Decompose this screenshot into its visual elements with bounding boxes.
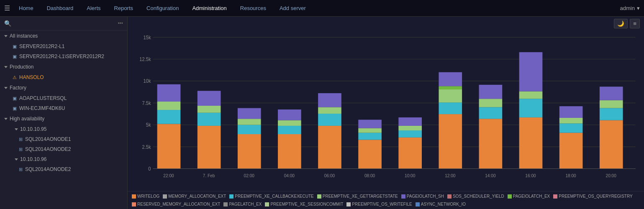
legend-color-preemptive-os-query bbox=[553, 194, 557, 199]
expand-icon bbox=[4, 118, 8, 120]
legend-label-sos-scheduler: SOS_SCHEDULER_YIELD bbox=[453, 194, 504, 199]
svg-rect-53 bbox=[439, 72, 462, 86]
sidebar-item-sql2014aonode1[interactable]: ⊞ SQL2014AONODE1 bbox=[0, 134, 127, 144]
svg-text:10k: 10k bbox=[144, 78, 151, 84]
nav-alerts[interactable]: Alerts bbox=[84, 3, 103, 13]
sidebar-item-win-ecjimf4dk6u[interactable]: ▣ WIN-ECJIMF4DK6U bbox=[0, 103, 127, 113]
section-all-instances[interactable]: All instances bbox=[0, 31, 127, 41]
chart-options-button[interactable]: ≡ bbox=[630, 19, 640, 28]
legend-preemptive-os-query: PREEMPTIVE_OS_QUERYREGISTRY bbox=[553, 194, 632, 199]
svg-rect-15 bbox=[157, 110, 181, 124]
hamburger-menu[interactable]: ☰ bbox=[4, 4, 10, 12]
svg-rect-14 bbox=[157, 124, 181, 168]
nav-reports[interactable]: Reports bbox=[112, 3, 136, 13]
nav-administration[interactable]: Administration bbox=[190, 3, 229, 13]
section-factory[interactable]: Factory bbox=[0, 82, 127, 93]
chart-area: 🌙 ≡ 15k 12.5k 10k 7.5k 5k 2.5k 0 bbox=[128, 17, 644, 209]
section-label: Production bbox=[10, 64, 33, 70]
legend-label-reserved-memory: RESERVED_MEMORY_ALLOCATION_EXT bbox=[137, 202, 220, 206]
server-label: SQL2014AONODE1 bbox=[25, 136, 71, 142]
svg-rect-65 bbox=[559, 133, 583, 169]
sidebar-item-sql2014aonode2-b[interactable]: ⊞ SQL2014AONODE2 bbox=[0, 164, 127, 174]
svg-rect-20 bbox=[198, 113, 221, 126]
legend-label-preemptive-xe-session: PREEMPTIVE_XE_SESSIONCOMMIT bbox=[270, 202, 343, 206]
svg-text:22:00: 22:00 bbox=[163, 173, 174, 178]
chart-mode-button[interactable]: 🌙 bbox=[614, 19, 628, 28]
svg-text:20:00: 20:00 bbox=[606, 173, 616, 178]
legend-preemptive-xe-get: PREEMPTIVE_XE_GETTARGETSTATE bbox=[317, 194, 398, 199]
legend-label-async-network-io: ASYNC_NETWORK_IO bbox=[421, 202, 466, 206]
svg-rect-30 bbox=[278, 126, 301, 134]
svg-rect-55 bbox=[479, 119, 503, 168]
sidebar-item-sql2014aonode2-a[interactable]: ⊞ SQL2014AONODE2 bbox=[0, 144, 127, 154]
svg-rect-21 bbox=[198, 106, 221, 113]
svg-text:02:00: 02:00 bbox=[244, 173, 254, 178]
legend-pagelatch-ex: PAGELATCH_EX bbox=[223, 202, 262, 206]
nav-home[interactable]: Home bbox=[16, 3, 36, 13]
svg-rect-32 bbox=[278, 110, 301, 120]
legend-label-memory-alloc-ext: MEMORY_ALLOCATION_EXT bbox=[168, 194, 226, 199]
sidebar: 🔍 ••• All instances ▣ SERVER2012R2-L1 ▣ … bbox=[0, 17, 128, 209]
svg-rect-17 bbox=[157, 84, 181, 102]
legend-color-preemptive-xe-callback bbox=[229, 194, 233, 199]
svg-text:5k: 5k bbox=[146, 122, 151, 128]
server-icon: ▣ bbox=[13, 54, 17, 59]
legend-pageiolatch-sh: PAGEIOLATCH_SH bbox=[401, 194, 444, 199]
svg-rect-34 bbox=[318, 126, 341, 169]
svg-rect-51 bbox=[439, 89, 462, 102]
search-icon[interactable]: 🔍 bbox=[4, 20, 11, 27]
section-label: High availability bbox=[10, 116, 44, 122]
sidebar-options[interactable]: ••• bbox=[118, 20, 123, 26]
svg-rect-42 bbox=[358, 120, 382, 128]
sidebar-item-aoapclustersql[interactable]: ▣ AOAPCLUSTERSQL bbox=[0, 93, 127, 103]
legend-preemptive-xe-callback: PREEMPTIVE_XE_CALLBACKEXECUTE bbox=[229, 194, 313, 199]
subsection-10-10-10-96[interactable]: 10.10.10.96 bbox=[0, 154, 127, 164]
svg-text:06:00: 06:00 bbox=[324, 173, 335, 178]
cluster-icon: ⊞ bbox=[19, 147, 23, 152]
svg-rect-22 bbox=[198, 91, 221, 106]
sidebar-item-server2012r2[interactable]: ▣ SERVER2012R2-L1\SERVER2012R2 bbox=[0, 51, 127, 61]
svg-rect-70 bbox=[600, 120, 623, 169]
legend-reserved-memory: RESERVED_MEMORY_ALLOCATION_EXT bbox=[132, 202, 220, 206]
server-icon: ▣ bbox=[13, 106, 17, 111]
svg-text:16:00: 16:00 bbox=[525, 173, 536, 178]
warning-icon: ⚠ bbox=[13, 75, 17, 80]
user-dropdown-icon: ▾ bbox=[637, 5, 640, 11]
sidebar-item-hansolo[interactable]: ⚠ HANSOLO bbox=[0, 72, 127, 82]
svg-rect-58 bbox=[479, 85, 503, 99]
svg-text:7.5k: 7.5k bbox=[142, 100, 151, 106]
legend-color-async-network-io bbox=[416, 202, 420, 206]
svg-rect-60 bbox=[519, 117, 543, 169]
svg-rect-27 bbox=[238, 108, 261, 119]
user-menu[interactable]: admin ▾ bbox=[620, 5, 640, 11]
nav-dashboard[interactable]: Dashboard bbox=[44, 3, 76, 13]
subsection-10-10-10-95[interactable]: 10.10.10.95 bbox=[0, 124, 127, 134]
svg-rect-25 bbox=[238, 125, 261, 134]
section-production[interactable]: Production bbox=[0, 61, 127, 72]
svg-text:14:00: 14:00 bbox=[485, 173, 495, 178]
legend-label-preemptive-os-writefile: PREEMPTIVE_OS_WRITEFILE bbox=[352, 202, 412, 206]
legend-color-preemptive-xe-get bbox=[317, 194, 321, 199]
server-label: HANSOLO bbox=[19, 74, 44, 80]
svg-text:12:00: 12:00 bbox=[445, 173, 455, 178]
legend-pageiolatch-ex: PAGEIOLATCH_EX bbox=[508, 194, 550, 199]
legend-label-pagelatch-ex: PAGELATCH_EX bbox=[229, 202, 262, 206]
server-label: SQL2014AONODE2 bbox=[25, 166, 71, 172]
legend-sos-scheduler: SOS_SCHEDULER_YIELD bbox=[447, 194, 504, 199]
nav-resources[interactable]: Resources bbox=[238, 3, 269, 13]
legend-color-pageiolatch-sh bbox=[401, 194, 405, 199]
svg-text:2.5k: 2.5k bbox=[142, 144, 151, 150]
svg-rect-37 bbox=[318, 93, 341, 107]
section-high-availability[interactable]: High availability bbox=[0, 113, 127, 124]
legend-label-preemptive-xe-callback: PREEMPTIVE_XE_CALLBACKEXECUTE bbox=[235, 194, 313, 199]
nav-configuration[interactable]: Configuration bbox=[144, 3, 181, 13]
nav-add-server[interactable]: Add server bbox=[277, 3, 308, 13]
legend-label-preemptive-xe-get: PREEMPTIVE_XE_GETTARGETSTATE bbox=[323, 194, 398, 199]
sidebar-item-server2012r2-l1[interactable]: ▣ SERVER2012R2-L1 bbox=[0, 41, 127, 51]
section-label: Factory bbox=[10, 85, 26, 91]
svg-rect-57 bbox=[479, 99, 503, 107]
legend-writelog: WRITELOG bbox=[132, 194, 159, 199]
svg-rect-72 bbox=[600, 100, 623, 108]
legend-color-pageiolatch-ex bbox=[508, 194, 512, 199]
expand-icon bbox=[15, 158, 18, 161]
